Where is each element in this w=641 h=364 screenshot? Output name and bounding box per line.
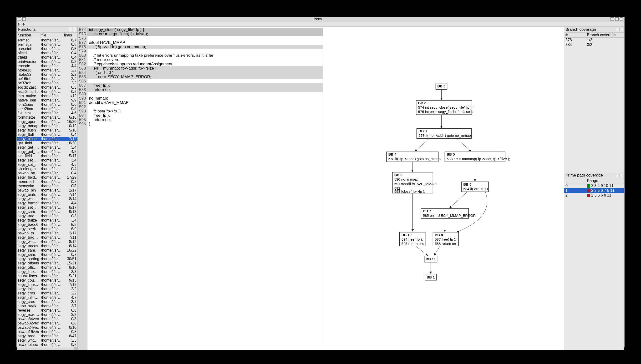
code-line[interactable]: if( err != 0 ) xyxy=(88,70,323,75)
col-header-file[interactable]: file xyxy=(40,33,63,38)
function-row[interactable]: segy_sample.../home/j/src/s...0/7 xyxy=(17,252,78,257)
function-row[interactable]: ascii2ebcdic/home/j/src/s...0/5 xyxy=(17,90,78,94)
function-row[interactable]: segy_lines_co.../home/j/src/s...7/12 xyxy=(17,282,78,287)
function-row[interactable]: bfield/home/j/src/s...0/4 xyxy=(17,51,78,55)
cfg-diagram[interactable]: BB 0 BB 2 574 int segy_close( segy_file*… xyxy=(323,27,564,350)
function-row[interactable]: segy_offset_i.../home/j/src/s...8/10 xyxy=(17,266,78,270)
function-row[interactable]: ibm_native/home/j/src/s...11/12 xyxy=(17,94,78,98)
code-line[interactable]: if( !fp->addr ) goto no_mmap; xyxy=(88,45,323,49)
function-row[interactable]: segy_trsize/home/j/src/s...3/4 xyxy=(17,218,78,222)
branch-coverage-table[interactable]: # Branch coverage 5781/25840/2 xyxy=(564,33,624,47)
function-row[interactable]: segy_binhea.../home/j/src/s...7/14 xyxy=(17,192,78,197)
function-row[interactable]: get_field/home/j/src/s...18/20 xyxy=(17,141,78,145)
function-row[interactable]: segy_samples/home/j/src/s...9/13 xyxy=(17,210,78,214)
function-row[interactable]: segy_trace0/home/j/src/s...5/5 xyxy=(17,222,78,227)
function-row[interactable]: segy_set_bfield/home/j/src/s...4/5 xyxy=(17,162,78,167)
panel-close-icon[interactable] xyxy=(620,28,623,31)
minimize-icon[interactable] xyxy=(610,18,614,21)
code-line[interactable] xyxy=(88,105,323,109)
function-row[interactable]: bswap64vec/home/j/src/s...0/8 xyxy=(17,317,78,321)
function-row[interactable]: segy_write_bi.../home/j/src/s...8/14 xyxy=(17,197,78,201)
prime-col-range[interactable]: Range xyxy=(586,178,624,184)
function-row[interactable]: segy_sample_.../home/j/src/s...16/22 xyxy=(17,248,78,252)
function-row[interactable]: segy_trace_b.../home/j/src/s...0/3 xyxy=(17,214,78,218)
code-line[interactable] xyxy=(88,79,323,84)
function-row[interactable]: segy_close/home/j/src/s...7/12 xyxy=(17,137,78,141)
function-row[interactable]: set_field/home/j/src/s...15/17 xyxy=(17,154,78,158)
prime-path-table[interactable]: # Range 02 3 4 9 10 1112 3 5 6 7 8 1122 … xyxy=(564,178,624,198)
function-row[interactable]: reverse/home/j/src/s...0/8 xyxy=(17,308,78,312)
function-row[interactable]: segy_readtrace/home/j/src/s...3/3 xyxy=(17,312,78,317)
function-row[interactable]: file_size/home/j/src/s...4/6 xyxy=(17,111,78,115)
code-line[interactable]: err = munmap( fp->addr, fp->fsize ); xyxy=(88,66,323,70)
branch-col-coverage[interactable]: Branch coverage xyxy=(586,33,624,38)
functions-list[interactable]: errmsg/home/j/src/s...6/7errmsg2/home/j/… xyxy=(17,38,78,347)
code-line[interactable]: // cppcheck-suppress redundantAssignment xyxy=(88,62,323,66)
col-header-function[interactable]: function xyxy=(17,33,40,38)
code-line[interactable]: } xyxy=(88,122,323,126)
function-row[interactable]: errmsg/home/j/src/s...6/7 xyxy=(17,38,78,42)
code-line[interactable]: int err = segy_flush( fp, false ); xyxy=(88,32,323,36)
function-row[interactable]: bswap32vec/home/j/src/s...8/8 xyxy=(17,321,78,326)
code-line[interactable]: return err; xyxy=(88,118,323,122)
code-line[interactable] xyxy=(88,36,323,40)
function-row[interactable]: bswap_heade.../home/j/src/s...0/4 xyxy=(17,171,78,175)
prime-path-row[interactable]: 12 3 5 6 7 8 11 xyxy=(564,188,624,193)
function-row[interactable]: segy_writetra.../home/j/src/s...3/3 xyxy=(17,338,78,342)
prime-col-number[interactable]: # xyxy=(564,178,586,184)
code-line[interactable]: #ifdef HAVE_MMAP xyxy=(88,40,323,45)
function-row[interactable]: segy_set_for.../home/j/src/s...8/17 xyxy=(17,205,78,210)
function-row[interactable]: segy_readsubtr/home/j/src/s...8/47 xyxy=(17,334,78,338)
function-row[interactable]: segy_crosslin.../home/j/src/s...2/2 xyxy=(17,291,78,296)
function-row[interactable]: bswap_bin/home/j/src/s...2/17 xyxy=(17,188,78,192)
function-row[interactable]: count_lines/home/j/src/s...15/21 xyxy=(17,274,78,278)
code-line[interactable] xyxy=(88,92,323,96)
function-row[interactable]: segy_tracehe.../home/j/src/s...7/11 xyxy=(17,235,78,240)
function-row[interactable]: memread/home/j/src/s...0/8 xyxy=(17,180,78,184)
function-row[interactable]: ibm2ieee/home/j/src/s...0/6 xyxy=(17,102,78,107)
col-header-lines[interactable]: lines xyxy=(63,33,78,38)
function-row[interactable]: segy_sorting/home/j/src/s...30/51 xyxy=(17,257,78,261)
function-row[interactable]: segy_offsets/home/j/src/s...15/21 xyxy=(17,261,78,266)
function-row[interactable]: segy_write_tr.../home/j/src/s...8/12 xyxy=(17,240,78,244)
function-row[interactable]: segy_ftell/home/j/src/s...0/4 xyxy=(17,132,78,137)
horizontal-scrollbar[interactable] xyxy=(17,347,78,350)
function-row[interactable]: errmsg2/home/j/src/s...0/8 xyxy=(17,42,78,47)
code-line[interactable]: no_mmap: xyxy=(88,96,323,100)
code-line[interactable]: #endif //HAVE_MMAP xyxy=(88,100,323,105)
code-line[interactable]: // more severe xyxy=(88,58,323,62)
function-row[interactable]: segy_field_for.../home/j/src/s...17/29 xyxy=(17,175,78,180)
function-row[interactable]: segy_open/home/j/src/s...16/20 xyxy=(17,120,78,124)
code-line[interactable]: int segy_close( segy_file* fp ) { xyxy=(88,28,323,32)
panel-detach-icon[interactable] xyxy=(616,174,619,177)
function-row[interactable]: segy_set_field/home/j/src/s...3/4 xyxy=(17,158,78,162)
pin-icon[interactable] xyxy=(22,18,26,21)
panel-detach-icon[interactable] xyxy=(69,28,72,31)
function-row[interactable]: native_ibm/home/j/src/s...9/9 xyxy=(17,98,78,102)
function-row[interactable]: htobe32/home/j/src/s...2/2 xyxy=(17,72,78,77)
code-line[interactable] xyxy=(88,49,323,53)
function-row[interactable]: hswaneluec/home/j/src/s...0/8 xyxy=(17,342,78,347)
function-row[interactable]: segy_get_bfie.../home/j/src/s...4/5 xyxy=(17,150,78,154)
source-view[interactable]: int segy_close( segy_file* fp ) { int er… xyxy=(88,27,323,350)
function-row[interactable]: ieee2ibm/home/j/src/s...0/6 xyxy=(17,107,78,111)
function-row[interactable]: parseint/home/j/src/s...0/5 xyxy=(17,47,78,51)
function-row[interactable]: subtr_seek/home/j/src/s...3/7 xyxy=(17,304,78,308)
code-line[interactable]: free( fp ); xyxy=(88,84,323,88)
branch-row[interactable]: 5840/2 xyxy=(564,42,624,47)
function-row[interactable]: printversion/home/j/src/s...0/3 xyxy=(17,60,78,64)
function-row[interactable]: segy_format/home/j/src/s...4/4 xyxy=(17,201,78,205)
branch-row[interactable]: 5781/2 xyxy=(564,38,624,43)
function-row[interactable]: segy_traces/home/j/src/s...8/14 xyxy=(17,244,78,248)
function-row[interactable]: be32toh/home/j/src/s...2/2 xyxy=(17,81,78,85)
function-row[interactable]: segy_mmap/home/j/src/s...0/12 xyxy=(17,124,78,128)
prime-path-row[interactable]: 02 3 4 9 10 11 xyxy=(564,184,624,188)
function-row[interactable]: segy_get_field/home/j/src/s...3/4 xyxy=(17,145,78,150)
code-line[interactable]: err = SEGY_MMAP_ERROR; xyxy=(88,75,323,79)
maximize-icon[interactable] xyxy=(615,18,618,21)
branch-col-number[interactable]: # xyxy=(564,33,586,38)
panel-detach-icon[interactable] xyxy=(616,28,619,31)
function-row[interactable]: segy_line_ind.../home/j/src/s...3/3 xyxy=(17,270,78,274)
panel-close-icon[interactable] xyxy=(73,28,76,31)
code-line[interactable]: fclose( fp->fp ); xyxy=(88,109,323,114)
